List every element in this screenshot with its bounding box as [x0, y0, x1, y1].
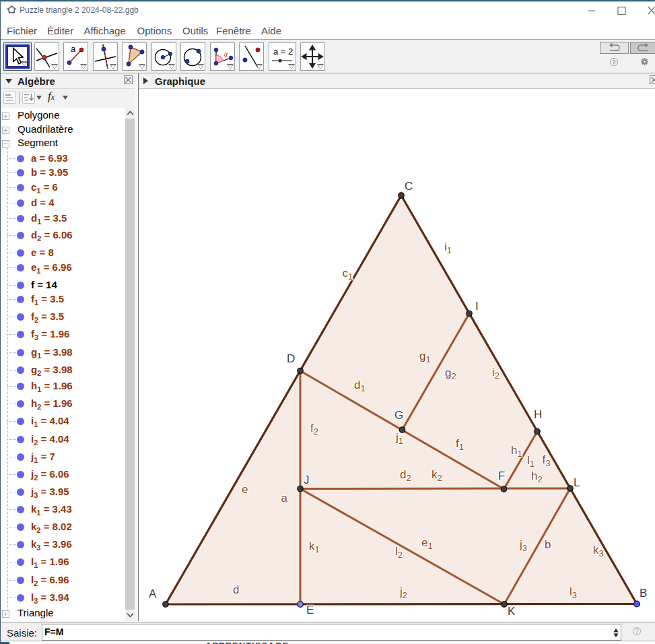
svg-text:I: I [475, 300, 479, 313]
svg-text:c1: c1 [343, 267, 353, 282]
svg-text:a: a [281, 492, 288, 505]
svg-text:D: D [287, 352, 295, 365]
svg-text:B: B [640, 587, 647, 600]
svg-text:a = 2: a = 2 [273, 46, 293, 57]
svg-text:H: H [534, 408, 542, 421]
svg-text:e: e [242, 483, 248, 496]
svg-text:A: A [149, 587, 157, 600]
svg-text:b: b [545, 538, 551, 551]
svg-text:a: a [71, 44, 76, 54]
svg-text:K: K [508, 605, 516, 618]
svg-text:d: d [233, 583, 239, 596]
svg-text:C: C [405, 180, 413, 193]
svg-text:F: F [498, 470, 505, 482]
svg-text:J: J [304, 474, 310, 486]
svg-text:G: G [394, 409, 403, 422]
svg-text:i1: i1 [444, 240, 452, 255]
svg-text:E: E [306, 604, 314, 616]
svg-text:L: L [574, 476, 580, 489]
svg-text:α: α [224, 51, 228, 58]
